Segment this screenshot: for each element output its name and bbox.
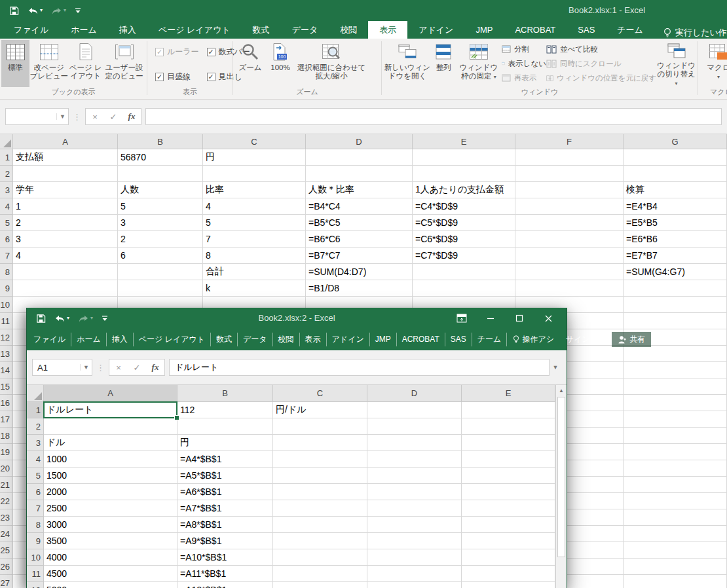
sheet2-cell-A6[interactable]: 2000 [44,484,177,500]
sheet1-cell-G2[interactable] [624,166,727,182]
sheet1-column-header-A[interactable]: A [13,134,118,149]
sheet1-cell-E7[interactable]: =C7*$D$9 [413,248,515,264]
sheet2-cell-C9[interactable] [273,533,367,549]
tab-sas[interactable]: SAS [445,333,472,346]
sheet1-row-header-1[interactable]: 1 [0,149,13,166]
sheet2-row-header-5[interactable]: 5 [27,468,44,484]
sheet2-column-header-D[interactable]: D [367,385,462,402]
sheet1-cell-G7[interactable]: =E7*B7 [624,248,727,264]
sheet1-cell-D4[interactable]: =B4*C4 [306,198,413,215]
sheet1-cell-D8[interactable]: =SUM(D4:D7) [306,264,413,280]
sheet1-cell-A6[interactable]: 3 [13,231,118,248]
sheet2-row-header-1[interactable]: 1 [27,402,44,418]
tab-home[interactable]: ホーム [71,333,107,346]
sheet2-cell-B4[interactable]: =A4*$B$1 [177,451,273,468]
sheet1-cell-B5[interactable]: 3 [118,215,203,231]
tell-me-box[interactable]: 実行したい作業を入力してください... [663,27,727,39]
sheet2-cell-A3[interactable]: ドル [44,435,177,451]
sheet1-row-header-2[interactable]: 2 [0,166,13,182]
sheet1-cell-B3[interactable]: 人数 [118,182,203,198]
formula-input[interactable]: ドルレート [169,359,550,376]
sheet2-cell-E2[interactable] [462,418,555,435]
tab-data[interactable]: データ [281,21,329,39]
sheet2-row-header-2[interactable]: 2 [27,418,44,435]
tab-add-ins[interactable]: アドイン [327,333,370,346]
sheet2-cell-D1[interactable] [367,402,462,418]
sheet1-row-header-18[interactable]: 18 [0,428,13,444]
sheet1-cell-D1[interactable] [306,149,413,166]
tab-file[interactable]: ファイル [3,21,60,39]
sheet2-cell-C3[interactable] [273,435,367,451]
sheet2-row-header-12[interactable]: 12 [27,582,44,588]
sheet1-cell-G17[interactable] [624,411,727,428]
sheet2-cell-E4[interactable] [462,451,555,468]
sheet1-cell-B6[interactable]: 2 [118,231,203,248]
sheet2-cell-D4[interactable] [367,451,462,468]
sheet2-cell-B10[interactable]: =A10*$B$1 [177,549,273,566]
sheet1-cell-A5[interactable]: 2 [13,215,118,231]
new-window-button[interactable]: 新しいウィンドウを開く [383,40,432,87]
sheet1-cell-E1[interactable] [413,149,515,166]
sheet2-cell-E11[interactable] [462,566,555,582]
enter-icon[interactable]: ✓ [128,363,146,373]
sheet1-cell-G21[interactable] [624,477,727,493]
sheet2-cell-C7[interactable] [273,500,367,517]
sheet1-column-header-B[interactable]: B [118,134,203,149]
unhide-button[interactable]: 再表示 [502,71,546,84]
sheet2-cell-C4[interactable] [273,451,367,468]
sheet1-cell-B4[interactable]: 5 [118,198,203,215]
freeze-panes-button[interactable]: ウィンドウ枠の固定 ▾ [456,40,502,87]
sheet1-row-header-27[interactable]: 27 [0,575,13,588]
sheet1-cell-E5[interactable]: =C5*$D$9 [413,215,515,231]
sheet1-cell-B9[interactable] [118,280,203,297]
sheet2-cell-D2[interactable] [367,418,462,435]
sheet1-cell-E4[interactable]: =C4*$D$9 [413,198,515,215]
sheet2-cell-D6[interactable] [367,484,462,500]
sheet2-cell-D7[interactable] [367,500,462,517]
sheet1-column-header-E[interactable]: E [413,134,515,149]
sheet1-cell-G1[interactable] [624,149,727,166]
sheet1-cell-B2[interactable] [118,166,203,182]
sheet1-cell-G14[interactable] [624,362,727,378]
sheet2-select-all-corner[interactable] [27,385,44,402]
sheet1-cell-D7[interactable]: =B7*C7 [306,248,413,264]
reset-window-position-button[interactable]: ウィンドウの位置を元に戻す [546,71,656,84]
sheet1-row-header-17[interactable]: 17 [0,411,13,428]
arrange-all-button[interactable]: 整列 [432,40,456,87]
sheet1-row-header-12[interactable]: 12 [0,329,13,346]
sheet2-cell-B3[interactable]: 円 [177,435,273,451]
sheet1-cell-A3[interactable]: 学年 [13,182,118,198]
sheet1-cell-D9[interactable]: =B1/D8 [306,280,413,297]
sheet2-cell-E1[interactable] [462,402,555,418]
switch-windows-button[interactable]: ウィンドウの切り替え ▾ [656,40,696,87]
sheet1-cell-A7[interactable]: 4 [13,248,118,264]
sheet1-row-header-21[interactable]: 21 [0,477,13,493]
tab-acrobat[interactable]: ACROBAT [397,333,445,346]
name-box[interactable]: ▼ [5,108,69,125]
sheet2-row-header-6[interactable]: 6 [27,484,44,500]
sheet2-cell-A11[interactable]: 4500 [44,566,177,582]
sheet1-row-header-23[interactable]: 23 [0,509,13,526]
sheet2-cell-E9[interactable] [462,533,555,549]
sheet2-row-header-11[interactable]: 11 [27,566,44,582]
sheet1-row-header-11[interactable]: 11 [0,313,13,329]
sheet2-cell-A1[interactable]: ドルレート [44,402,177,418]
undo-button[interactable]: ▾ [28,7,43,15]
tab-formulas[interactable]: 数式 [211,333,238,346]
sheet2-cell-D10[interactable] [367,549,462,566]
sheet2-cell-D3[interactable] [367,435,462,451]
sheet1-cell-C1[interactable]: 円 [203,149,306,166]
sheet2-cell-B1[interactable]: 112 [177,402,273,418]
tab-acrobat[interactable]: ACROBAT [504,21,567,39]
tell-me-box[interactable]: 操作アシ [507,332,560,347]
maximize-button[interactable] [505,308,534,329]
sheet1-cell-C4[interactable]: 4 [203,198,306,215]
sheet1-column-header-D[interactable]: D [306,134,413,149]
sheet2-row-header-9[interactable]: 9 [27,533,44,549]
sheet1-row-header-7[interactable]: 7 [0,248,13,264]
sheet1-row-header-5[interactable]: 5 [0,215,13,231]
name-box-caret-icon[interactable]: ▼ [56,113,68,120]
macros-button[interactable]: マクロ▾ [699,40,727,87]
sheet2-cell-D9[interactable] [367,533,462,549]
sheet1-cell-G15[interactable] [624,378,727,395]
